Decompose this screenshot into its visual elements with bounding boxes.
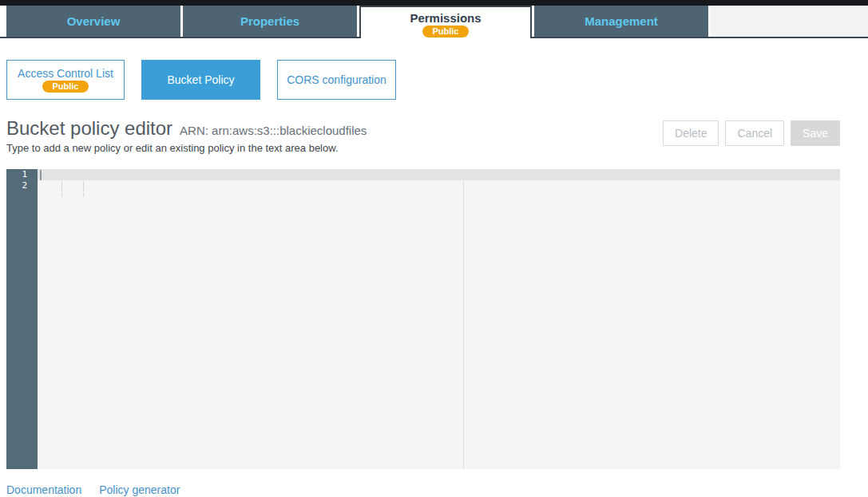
tab-management-label: Management: [585, 14, 658, 28]
permissions-panel: Access Control List Public Bucket Policy…: [0, 60, 868, 496]
page-title: Bucket policy editor: [6, 117, 172, 140]
editor-titles: Bucket policy editor ARN: arn:aws:s3:::b…: [6, 117, 367, 154]
policy-generator-link[interactable]: Policy generator: [99, 483, 180, 496]
line-number: 2: [6, 180, 38, 191]
subtab-bucket-policy-label: Bucket Policy: [167, 73, 234, 86]
tab-bar: Overview Properties Permissions Public M…: [0, 6, 868, 38]
tab-permissions[interactable]: Permissions Public: [359, 6, 532, 38]
indent-guide: [83, 181, 84, 196]
editor-gutter: 1 2: [6, 169, 38, 469]
editor-action-buttons: Delete Cancel Save: [663, 120, 840, 146]
tab-properties-label: Properties: [240, 14, 299, 28]
footer-links: Documentation Policy generator: [6, 483, 868, 496]
policy-editor[interactable]: 1 2: [6, 169, 840, 469]
documentation-link[interactable]: Documentation: [6, 483, 81, 496]
subtab-bucket-policy[interactable]: Bucket Policy: [141, 60, 260, 100]
subtab-cors-configuration-label: CORS configuration: [287, 73, 386, 86]
bucket-arn: ARN: arn:aws:s3:::blackiecloudfiles: [180, 124, 367, 137]
text-cursor: [40, 170, 42, 180]
indent-guide: [61, 181, 62, 196]
editor-subtitle: Type to add a new policy or edit an exis…: [6, 142, 367, 154]
top-black-bar: [0, 0, 868, 6]
tab-overview-label: Overview: [67, 14, 121, 28]
public-status-badge: Public: [422, 26, 468, 37]
editor-content-area[interactable]: [38, 169, 840, 469]
subtab-access-control-list-label: Access Control List: [18, 67, 113, 80]
tab-management[interactable]: Management: [534, 6, 708, 37]
tab-bar-filler: [711, 6, 868, 37]
subtab-cors-configuration[interactable]: CORS configuration: [277, 60, 396, 100]
line-number: 1: [6, 169, 38, 180]
active-line-highlight: [38, 169, 840, 180]
subtab-access-control-list[interactable]: Access Control List Public: [6, 60, 125, 100]
cancel-button[interactable]: Cancel: [725, 120, 784, 146]
print-margin-line: [463, 169, 464, 469]
tab-permissions-label: Permissions: [410, 11, 481, 25]
delete-button[interactable]: Delete: [663, 120, 719, 146]
save-button[interactable]: Save: [791, 120, 840, 146]
tab-properties[interactable]: Properties: [183, 6, 357, 37]
acl-public-badge: Public: [42, 81, 88, 93]
permissions-subtabs: Access Control List Public Bucket Policy…: [6, 60, 868, 100]
tab-overview[interactable]: Overview: [6, 6, 180, 37]
editor-header: Bucket policy editor ARN: arn:aws:s3:::b…: [6, 117, 840, 154]
